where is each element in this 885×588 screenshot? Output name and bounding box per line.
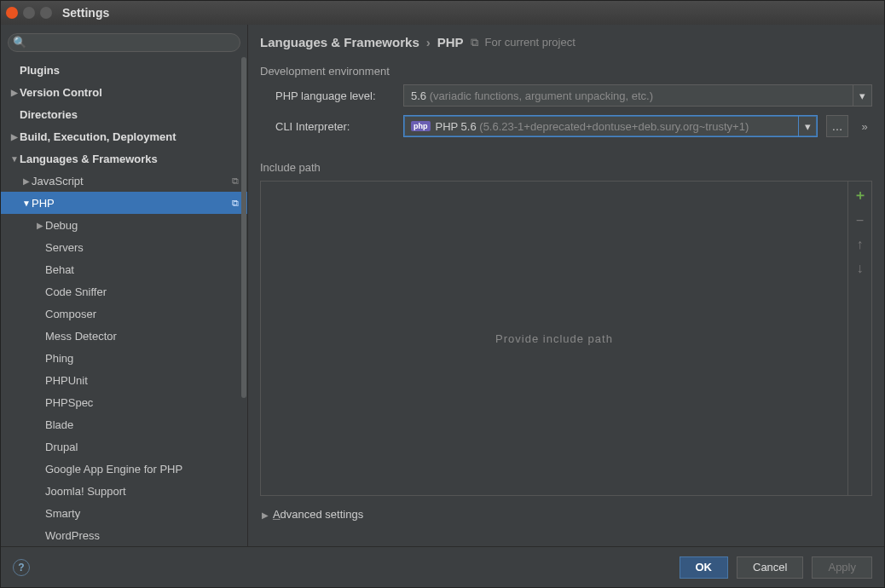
scrollbar-thumb[interactable]	[241, 57, 246, 398]
tree-item-drupal[interactable]: Drupal	[1, 435, 247, 458]
php-interpreter-icon: php	[411, 121, 431, 131]
tree-item-phpunit[interactable]: PHPUnit	[1, 369, 247, 391]
tree-item-debug[interactable]: ▶Debug	[1, 214, 247, 236]
cli-interpreter-browse-button[interactable]: …	[826, 115, 848, 137]
tree-item-javascript[interactable]: ▶JavaScript⧉	[1, 170, 247, 192]
breadcrumb-leaf: PHP	[437, 35, 464, 49]
tree-item-gae[interactable]: Google App Engine for PHP	[1, 458, 247, 480]
titlebar: Settings	[1, 1, 884, 25]
cli-interpreter-value: PHP 5.6	[436, 120, 477, 133]
help-button[interactable]: ?	[13, 559, 30, 576]
include-path-toolbar: ＋ − ↑ ↓	[848, 181, 872, 496]
settings-sidebar: 🔍 Plugins ▶Version Control Directories ▶…	[1, 25, 248, 546]
tree-item-php[interactable]: ▼PHP⧉	[1, 192, 247, 214]
advanced-settings-toggle[interactable]: ▶ Advanced settings	[260, 508, 872, 521]
chevron-right-icon: ▶	[35, 221, 45, 230]
php-language-level-label: PHP language level:	[275, 89, 395, 102]
php-language-level-value: 5.6	[411, 89, 426, 102]
tree-item-servers[interactable]: Servers	[1, 236, 247, 258]
search-field[interactable]: 🔍	[8, 33, 240, 52]
breadcrumb-root: Languages & Frameworks	[260, 35, 419, 49]
expand-more-icon[interactable]: »	[857, 120, 872, 133]
cli-interpreter-combo[interactable]: php PHP 5.6 (5.6.23-1+deprecated+dontuse…	[403, 115, 818, 137]
breadcrumb-scope: For current project	[485, 36, 576, 49]
tree-item-smarty[interactable]: Smarty	[1, 502, 247, 524]
settings-content: Languages & Frameworks › PHP ⧉ For curre…	[248, 25, 884, 546]
tree-item-joomla[interactable]: Joomla! Support	[1, 480, 247, 502]
search-input[interactable]	[8, 33, 240, 52]
php-language-level-hint: (variadic functions, argument unpacking,…	[430, 89, 653, 102]
tree-item-directories[interactable]: Directories	[1, 103, 247, 125]
breadcrumb-separator-icon: ›	[426, 35, 431, 49]
ok-button[interactable]: OK	[680, 556, 729, 579]
chevron-right-icon: ▶	[9, 132, 20, 141]
chevron-down-icon: ▼	[9, 154, 20, 164]
tree-item-blade[interactable]: Blade	[1, 413, 247, 435]
tree-item-build[interactable]: ▶Build, Execution, Deployment	[1, 125, 247, 147]
window-close-icon[interactable]	[6, 7, 18, 19]
include-path-placeholder: Provide include path	[495, 332, 613, 345]
include-path-section-title: Include path	[260, 161, 872, 174]
tree-item-version-control[interactable]: ▶Version Control	[1, 81, 247, 103]
chevron-down-icon[interactable]: ▾	[798, 116, 817, 136]
tree-item-mess-detector[interactable]: Mess Detector	[1, 325, 247, 347]
move-down-button[interactable]: ↓	[857, 261, 864, 276]
ellipsis-icon: …	[832, 120, 843, 133]
tree-item-code-sniffer[interactable]: Code Sniffer	[1, 280, 247, 303]
tree-item-plugins[interactable]: Plugins	[1, 59, 247, 81]
chevron-right-icon: ▶	[21, 176, 32, 186]
advanced-settings-label: Advanced settings	[273, 508, 363, 521]
cli-interpreter-hint: (5.6.23-1+deprecated+dontuse+deb.sury.or…	[479, 120, 749, 133]
remove-include-path-button[interactable]: −	[856, 213, 864, 228]
cancel-button[interactable]: Cancel	[737, 556, 803, 579]
window-minimize-icon[interactable]	[23, 7, 35, 19]
chevron-down-icon[interactable]: ▾	[853, 85, 871, 106]
chevron-right-icon: ▶	[260, 510, 270, 520]
project-scope-icon: ⧉	[232, 176, 239, 187]
search-icon: 🔍	[13, 36, 26, 49]
move-up-button[interactable]: ↑	[857, 237, 864, 252]
php-language-level-combo[interactable]: 5.6 (variadic functions, argument unpack…	[403, 84, 872, 107]
tree-item-phing[interactable]: Phing	[1, 347, 247, 369]
cli-interpreter-label: CLI Interpreter:	[275, 120, 395, 133]
dev-env-section-title: Development environment	[260, 65, 872, 78]
tree-item-behat[interactable]: Behat	[1, 258, 247, 280]
chevron-down-icon: ▼	[21, 199, 32, 208]
include-path-list[interactable]: Provide include path	[260, 181, 848, 496]
chevron-right-icon: ▶	[9, 88, 20, 97]
breadcrumb: Languages & Frameworks › PHP ⧉ For curre…	[260, 35, 872, 49]
settings-window: Settings 🔍 Plugins ▶Version Control Dire…	[0, 0, 885, 588]
tree-item-phpspec[interactable]: PHPSpec	[1, 391, 247, 413]
project-scope-icon: ⧉	[232, 198, 239, 209]
project-scope-icon: ⧉	[471, 36, 478, 49]
window-maximize-icon[interactable]	[40, 7, 52, 19]
add-include-path-button[interactable]: ＋	[853, 187, 867, 205]
tree-item-composer[interactable]: Composer	[1, 303, 247, 325]
dialog-footer: ? OK Cancel Apply	[1, 546, 884, 587]
tree-item-wordpress[interactable]: WordPress	[1, 524, 247, 546]
settings-tree[interactable]: Plugins ▶Version Control Directories ▶Bu…	[1, 57, 247, 546]
tree-item-languages-frameworks[interactable]: ▼Languages & Frameworks	[1, 147, 247, 170]
window-title: Settings	[62, 6, 109, 20]
apply-button[interactable]: Apply	[812, 556, 872, 579]
